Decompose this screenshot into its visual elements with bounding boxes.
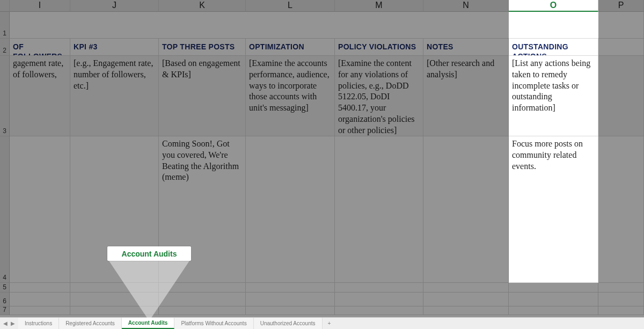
col-header-N[interactable]: N bbox=[423, 0, 509, 12]
cell-O4[interactable]: Focus more posts on community related ev… bbox=[509, 136, 598, 283]
select-all-corner[interactable] bbox=[0, 0, 10, 12]
callout-account-audits: Account Audits bbox=[107, 246, 191, 261]
cell-P4[interactable] bbox=[598, 136, 644, 283]
col-header-O[interactable]: O bbox=[509, 0, 598, 12]
header-optimization[interactable]: OPTIMIZATION bbox=[246, 39, 335, 56]
row-header-6[interactable]: 6 bbox=[0, 293, 10, 306]
cell-M7[interactable] bbox=[335, 306, 423, 315]
callout-arrow-icon bbox=[109, 261, 189, 321]
cell-L3[interactable]: [Examine the accounts performance, audie… bbox=[246, 56, 335, 136]
row-header-3[interactable]: 3 bbox=[0, 56, 10, 136]
sheet-nav-prev-icon[interactable]: ◀ bbox=[3, 320, 8, 326]
cell-P6[interactable] bbox=[598, 293, 644, 306]
col-header-L[interactable]: L bbox=[246, 0, 335, 12]
tab-unauthorized-accounts[interactable]: Unauthorized Accounts bbox=[254, 318, 323, 329]
cell-L4[interactable] bbox=[246, 136, 335, 283]
add-sheet-button[interactable]: + bbox=[323, 318, 336, 329]
tab-instructions[interactable]: Instructions bbox=[18, 318, 59, 329]
cell-M4[interactable] bbox=[335, 136, 423, 283]
svg-marker-0 bbox=[109, 261, 189, 321]
col-header-K[interactable]: K bbox=[159, 0, 246, 12]
row-header-5[interactable]: 5 bbox=[0, 283, 10, 293]
col-header-J[interactable]: J bbox=[70, 0, 159, 12]
cell-I6[interactable] bbox=[10, 293, 70, 306]
cell-N6[interactable] bbox=[423, 293, 509, 306]
header-outstanding-actions[interactable]: OUTSTANDING ACTIONS bbox=[509, 39, 598, 56]
col-header-I[interactable]: I bbox=[10, 0, 70, 12]
column-headers: I J K L M N O P bbox=[0, 0, 644, 12]
cell-L6[interactable] bbox=[246, 293, 335, 306]
cell-O3[interactable]: [List any actions being taken to remedy … bbox=[509, 56, 598, 136]
cell-L5[interactable] bbox=[246, 283, 335, 293]
row-header-7[interactable]: 7 bbox=[0, 306, 10, 315]
header-policy-violations[interactable]: POLICY VIOLATIONS bbox=[335, 39, 423, 56]
sheet-nav-next-icon[interactable]: ▶ bbox=[11, 320, 15, 326]
cell-N5[interactable] bbox=[423, 283, 509, 293]
cell-P7[interactable] bbox=[598, 306, 644, 315]
sheet-nav: ◀ ▶ bbox=[0, 318, 18, 329]
cell-J3[interactable]: [e.g., Engagement rate, number of follow… bbox=[70, 56, 159, 136]
cell-M5[interactable] bbox=[335, 283, 423, 293]
cell-N3[interactable]: [Other research and analysis] bbox=[423, 56, 509, 136]
col-header-M[interactable]: M bbox=[335, 0, 423, 12]
cell-I3[interactable]: gagement rate, of followers, bbox=[10, 56, 70, 136]
cell-N4[interactable] bbox=[423, 136, 509, 283]
col-header-P[interactable]: P bbox=[598, 0, 644, 12]
spreadsheet-app: I J K L M N O P 1 2 3 4 5 6 7 OF FOLLOWE… bbox=[0, 0, 644, 329]
cell-M6[interactable] bbox=[335, 293, 423, 306]
sheet-tab-bar: ◀ ▶ Instructions Registered Accounts Acc… bbox=[0, 317, 644, 329]
row-header-4[interactable]: 4 bbox=[0, 136, 10, 283]
cell-I4[interactable] bbox=[10, 136, 70, 283]
row-header-2[interactable]: 2 bbox=[0, 39, 10, 56]
cell-K3[interactable]: [Based on engagement & KPIs] bbox=[159, 56, 246, 136]
cell-O5[interactable] bbox=[509, 283, 598, 293]
grid: OF FOLLOWERS KPI #3 TOP THREE POSTS OPTI… bbox=[10, 12, 644, 315]
header-p[interactable] bbox=[598, 39, 644, 56]
cell-row1-merged[interactable] bbox=[10, 12, 644, 39]
cell-L7[interactable] bbox=[246, 306, 335, 315]
cell-N7[interactable] bbox=[423, 306, 509, 315]
cell-P3[interactable] bbox=[598, 56, 644, 136]
row-header-1[interactable]: 1 bbox=[0, 12, 10, 39]
cell-O7[interactable] bbox=[509, 306, 598, 315]
row-headers: 1 2 3 4 5 6 7 bbox=[0, 12, 10, 315]
header-kpi3[interactable]: KPI #3 bbox=[70, 39, 159, 56]
cell-O6[interactable] bbox=[509, 293, 598, 306]
header-of-followers[interactable]: OF FOLLOWERS bbox=[10, 39, 70, 56]
header-notes[interactable]: NOTES bbox=[423, 39, 509, 56]
cell-I5[interactable] bbox=[10, 283, 70, 293]
cell-M3[interactable]: [Examine the content for any violations … bbox=[335, 56, 423, 136]
cell-I7[interactable] bbox=[10, 306, 70, 315]
header-top-three-posts[interactable]: TOP THREE POSTS bbox=[159, 39, 246, 56]
cell-P5[interactable] bbox=[598, 283, 644, 293]
